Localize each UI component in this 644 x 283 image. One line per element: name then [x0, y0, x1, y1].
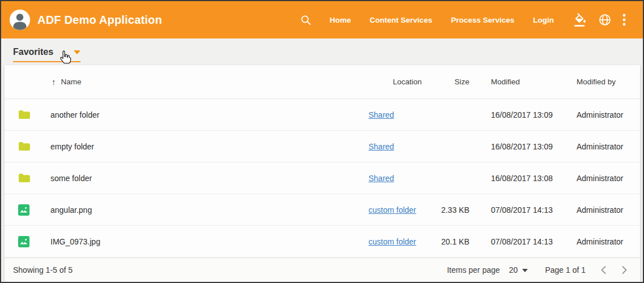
- dropdown-caret-icon: [74, 50, 80, 54]
- previous-page-button[interactable]: [600, 265, 607, 275]
- modified-by: Administrator: [577, 174, 640, 183]
- modified-by: Administrator: [577, 142, 640, 151]
- location-link[interactable]: custom folder: [368, 205, 416, 215]
- nav-item-home[interactable]: Home: [330, 16, 351, 24]
- page-label: Page 1 of 1: [545, 265, 586, 275]
- user-silhouette-icon: [10, 10, 30, 30]
- header-nav: Home Content Services Process Services L…: [300, 13, 626, 27]
- chevron-right-icon: [621, 265, 628, 275]
- favorites-label: Favorites: [13, 47, 53, 57]
- column-header-name[interactable]: ↑ Name: [52, 77, 368, 87]
- table-row[interactable]: another folder Shared 16/08/2017 13:09 A…: [5, 99, 640, 131]
- avatar[interactable]: [10, 10, 30, 30]
- theme-picker-button[interactable]: [574, 13, 587, 27]
- image-file-icon: [5, 204, 50, 216]
- file-size: 20.1 KB: [437, 237, 469, 246]
- search-button[interactable]: [300, 15, 311, 25]
- select-caret-icon: [522, 269, 528, 272]
- items-per-page-label: Items per page: [447, 265, 499, 275]
- chevron-left-icon: [600, 265, 607, 275]
- modified-by: Administrator: [577, 205, 640, 215]
- file-name: angular.png: [50, 205, 368, 215]
- nav-item-content-services[interactable]: Content Services: [370, 16, 432, 24]
- folder-icon: [5, 142, 50, 151]
- modified-by: Administrator: [577, 237, 640, 246]
- location-link[interactable]: custom folder: [368, 237, 416, 246]
- modified-date: 16/08/2017 13:08: [469, 174, 577, 183]
- location-link[interactable]: Shared: [368, 110, 394, 119]
- modified-date: 16/08/2017 13:09: [469, 142, 577, 151]
- app-title: ADF Demo Application: [37, 14, 162, 27]
- language-button[interactable]: [599, 14, 611, 26]
- file-name: some folder: [50, 174, 368, 183]
- location-link[interactable]: Shared: [368, 142, 394, 151]
- table-row[interactable]: IMG_0973.jpg custom folder 20.1 KB 07/08…: [5, 226, 640, 258]
- globe-icon: [599, 14, 611, 26]
- paginator-controls: Items per page 20 Page 1 of 1: [447, 265, 628, 275]
- items-per-page-value: 20: [509, 265, 518, 275]
- file-name: IMG_0973.jpg: [50, 237, 368, 246]
- view-selector-bar: Favorites: [1, 38, 643, 65]
- file-name: another folder: [50, 110, 368, 119]
- folder-icon: [5, 110, 50, 119]
- table-header-row: ↑ Name Location Size Modified Modified b…: [5, 65, 640, 99]
- column-header-modified-by[interactable]: Modified by: [577, 78, 640, 86]
- modified-date: 07/08/2017 14:13: [469, 237, 577, 246]
- modified-date: 07/08/2017 14:13: [469, 205, 577, 215]
- table-row[interactable]: empty folder Shared 16/08/2017 13:09 Adm…: [5, 131, 640, 162]
- header-icon-group: [574, 13, 626, 27]
- table-row[interactable]: angular.png custom folder 2.33 KB 07/08/…: [5, 194, 640, 226]
- table-row[interactable]: some folder Shared 16/08/2017 13:08 Admi…: [5, 162, 640, 194]
- range-label: Showing 1-5 of 5: [13, 265, 73, 275]
- favorites-dropdown[interactable]: Favorites: [13, 47, 80, 62]
- file-name: empty folder: [50, 142, 368, 151]
- items-per-page-select[interactable]: 20: [509, 265, 528, 275]
- more-menu-button[interactable]: [622, 13, 626, 27]
- location-link[interactable]: Shared: [368, 174, 394, 183]
- app-header: ADF Demo Application Home Content Servic…: [1, 1, 643, 38]
- color-fill-icon: [574, 13, 587, 27]
- folder-icon: [5, 173, 50, 183]
- modified-by: Administrator: [577, 110, 640, 119]
- nav-item-login[interactable]: Login: [533, 16, 554, 24]
- paginator: Showing 1-5 of 5 Items per page 20 Page …: [5, 258, 640, 282]
- file-size: 2.33 KB: [437, 205, 469, 215]
- nav-item-process-services[interactable]: Process Services: [451, 16, 514, 24]
- document-list-card: ↑ Name Location Size Modified Modified b…: [5, 65, 640, 282]
- sort-ascending-icon: ↑: [52, 77, 56, 87]
- image-file-icon: [5, 236, 50, 247]
- column-header-size[interactable]: Size: [437, 78, 469, 86]
- app-window: ADF Demo Application Home Content Servic…: [0, 0, 644, 283]
- modified-date: 16/08/2017 13:09: [469, 110, 577, 119]
- next-page-button[interactable]: [621, 265, 628, 275]
- column-header-modified[interactable]: Modified: [469, 78, 577, 86]
- column-header-location[interactable]: Location: [368, 78, 437, 86]
- search-icon: [300, 15, 311, 25]
- more-vert-icon: [622, 13, 626, 27]
